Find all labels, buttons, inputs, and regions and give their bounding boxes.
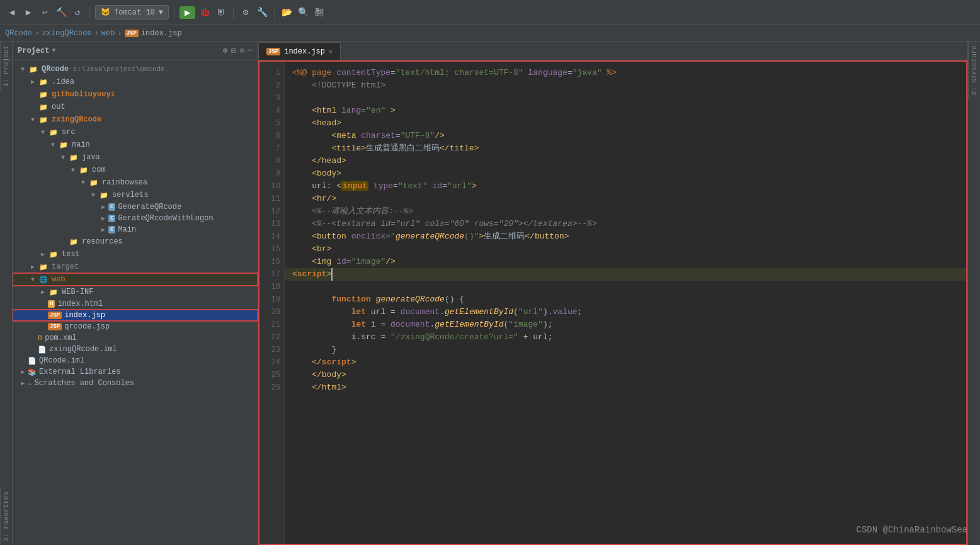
servlets-label: servlets xyxy=(112,191,149,199)
web-icon: 🌐 xyxy=(38,274,49,284)
arrow-main: ▼ xyxy=(48,142,58,149)
tree-generate[interactable]: ▶ C GenerateQRcode xyxy=(13,201,258,213)
toolbar-refresh[interactable]: ↺ xyxy=(71,6,84,20)
tree-java[interactable]: ▼ 📁 java xyxy=(13,151,258,164)
tree-qrcode-jsp[interactable]: JSP qrcode.jsp xyxy=(13,321,258,332)
main-label: main xyxy=(72,140,90,149)
tree-index-jsp[interactable]: JSP index.jsp xyxy=(13,310,258,321)
tomcat-label: Tomcat 10 xyxy=(114,8,155,17)
sep2 xyxy=(174,6,174,19)
line-num-21: 21 xyxy=(263,318,280,331)
line-num-3: 3 xyxy=(263,92,280,104)
html-file-icon: H xyxy=(48,300,55,308)
right-tab-structure[interactable]: Z: Structure xyxy=(968,42,980,99)
code-line-22: } xyxy=(292,345,336,354)
left-tab-project[interactable]: 1: Project xyxy=(0,42,12,91)
tree-target[interactable]: ▶ 📁 target xyxy=(13,261,258,273)
idea-icon: 📁 xyxy=(38,77,49,87)
line-num-17: 17 xyxy=(263,268,280,281)
toolbar-coverage[interactable]: ⛨ xyxy=(214,6,228,20)
toolbar-forward[interactable]: ▶ xyxy=(21,6,35,20)
tree-src[interactable]: ▼ 📁 src xyxy=(13,126,258,138)
tree-ext-libs[interactable]: ▶ 📚 External Libraries xyxy=(13,366,258,378)
run-button[interactable]: ▶ xyxy=(179,6,195,19)
tree-main[interactable]: ▼ 📁 main xyxy=(13,138,258,151)
tree-zxing[interactable]: ▼ 📁 zxingQRcode xyxy=(13,113,258,126)
generate-class-icon: C xyxy=(108,203,115,211)
toolbar-open[interactable]: 📂 xyxy=(280,6,293,20)
tree-index-html[interactable]: H index.html xyxy=(13,298,258,310)
code-line-12: <%--请输入文本内容:--%> xyxy=(292,206,413,216)
arrow-webinf: ▶ xyxy=(38,288,48,296)
code-line-3 xyxy=(292,93,297,103)
tree-rainbow[interactable]: ▼ 📁 rainbowsea xyxy=(13,176,258,189)
target-icon: 📁 xyxy=(38,262,49,272)
tree-web[interactable]: ▼ 🌐 web xyxy=(13,273,258,286)
tab-close-button[interactable]: ✕ xyxy=(329,48,333,55)
tree-test[interactable]: ▶ 📁 test xyxy=(13,248,258,261)
code-line-5: <head> xyxy=(292,118,341,128)
editor-tab-index-jsp[interactable]: JSP index.jsp ✕ xyxy=(258,42,341,60)
toolbar-search[interactable]: 🔍 xyxy=(296,6,310,20)
editor: JSP index.jsp ✕ 1 2 3 4 5 6 7 8 9 10 11 … xyxy=(258,42,967,545)
com-icon: 📁 xyxy=(78,165,89,175)
tree-resources[interactable]: 📁 resources xyxy=(13,235,258,248)
toolbar: ◀ ▶ ↩ 🔨 ↺ 🐱 Tomcat 10 ▼ ▶ 🐞 ⛨ ⚙ 🔧 📂 🔍 翻 xyxy=(0,0,980,25)
breadcrumb-web[interactable]: web xyxy=(101,29,115,38)
tree-github[interactable]: 📁 githubliuyueyi xyxy=(13,88,258,101)
line-num-1: 1 xyxy=(263,67,280,79)
breadcrumb-qrcode[interactable]: QRcode xyxy=(5,29,32,38)
tree-main-class[interactable]: ▶ C Main xyxy=(13,224,258,235)
jsp-file-icon: JSP xyxy=(48,312,62,319)
code-line-1: <%@ page contentType="text/html; charset… xyxy=(292,68,617,77)
project-dropdown-icon[interactable]: ▼ xyxy=(52,47,55,54)
tree-zxing-iml[interactable]: 📄 zxingQRcode.iml xyxy=(13,344,258,355)
pom-label: pom.xml xyxy=(45,334,76,342)
toolbar-build[interactable]: 🔨 xyxy=(54,6,68,20)
code-content[interactable]: <%@ page contentType="text/html; charset… xyxy=(285,62,966,544)
qrcode-iml-label: QRcode.iml xyxy=(39,356,84,365)
tree-servlets[interactable]: ▼ 📁 servlets xyxy=(13,189,258,201)
line-num-13: 13 xyxy=(263,218,280,230)
tree-pom[interactable]: m pom.xml xyxy=(13,332,258,344)
tab-jsp-icon: JSP xyxy=(266,48,280,55)
add-icon[interactable]: ⊕ xyxy=(223,46,227,55)
toolbar-settings[interactable]: ⚙ xyxy=(239,6,253,20)
hide-icon[interactable]: — xyxy=(248,46,253,55)
toolbar-build2[interactable]: 🔧 xyxy=(255,6,269,20)
right-side-tabs: Z: Structure xyxy=(967,42,980,545)
toolbar-translate[interactable]: 翻 xyxy=(312,6,326,20)
arrow-java: ▼ xyxy=(58,154,68,161)
arrow-main-class: ▶ xyxy=(98,226,108,233)
sep3 xyxy=(233,6,234,19)
left-tab-favorites[interactable]: 2: Favorites xyxy=(0,488,12,545)
toolbar-undo[interactable]: ↩ xyxy=(38,6,52,20)
breadcrumb-sep2: › xyxy=(94,29,99,38)
code-line-7: <title>生成普通黑白二维码</title> xyxy=(292,143,479,153)
code-line-18: function generateQRcode() { xyxy=(292,295,464,304)
tree-idea[interactable]: ▶ 📁 .idea xyxy=(13,76,258,88)
tree-scratches[interactable]: ▶ ✏️ Scratches and Consoles xyxy=(13,378,258,389)
index-html-label: index.html xyxy=(57,300,103,308)
sidebar-header: Project ▼ ⊕ ⊟ ⚙ — xyxy=(13,42,258,60)
gear-icon[interactable]: ⚙ xyxy=(240,46,244,55)
tomcat-selector[interactable]: 🐱 Tomcat 10 ▼ xyxy=(95,5,169,20)
breadcrumb-zxing[interactable]: zxingQRcode xyxy=(42,29,91,38)
toolbar-back[interactable]: ◀ xyxy=(5,6,19,20)
breadcrumb-sep3: › xyxy=(117,29,122,38)
code-area[interactable]: 1 2 3 4 5 6 7 8 9 10 11 12 13 14 15 16 1… xyxy=(258,60,967,545)
tree-gerate[interactable]: ▶ C GerateQRcodeWithLogon xyxy=(13,213,258,224)
servlets-icon: 📁 xyxy=(98,190,110,200)
main-class-label: Main xyxy=(118,225,136,234)
tree-out[interactable]: 📁 out xyxy=(13,101,258,113)
tree-webinf[interactable]: ▶ 📁 WEB-INF xyxy=(13,286,258,298)
collapse-icon[interactable]: ⊟ xyxy=(231,46,236,55)
toolbar-debug[interactable]: 🐞 xyxy=(198,6,212,20)
tree-root[interactable]: ▼ 📁 QRcode E:\Java\project\QRcode xyxy=(13,63,258,76)
tree-com[interactable]: ▼ 📁 com xyxy=(13,164,258,176)
tree-qrcode-iml[interactable]: 📄 QRcode.iml xyxy=(13,355,258,366)
code-line-15: <br> xyxy=(292,244,331,254)
sidebar: Project ▼ ⊕ ⊟ ⚙ — ▼ 📁 QRcode E:\Java\pro… xyxy=(13,42,258,545)
code-line-25: </html> xyxy=(292,383,346,392)
line-num-14: 14 xyxy=(263,230,280,243)
